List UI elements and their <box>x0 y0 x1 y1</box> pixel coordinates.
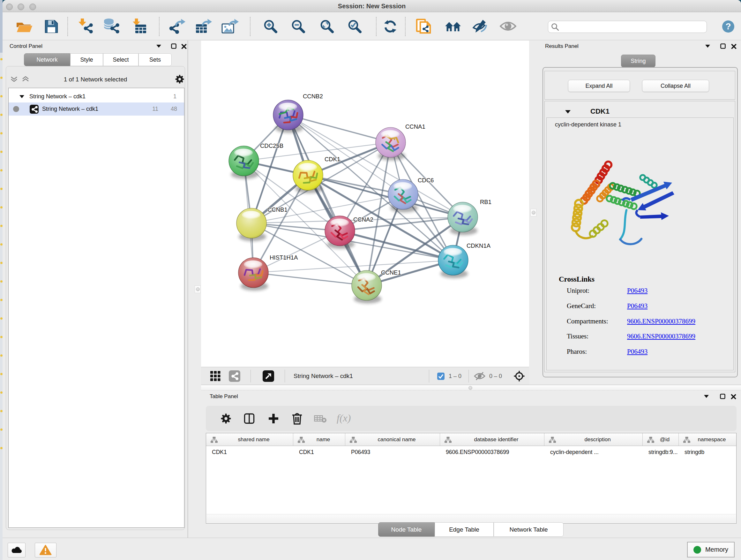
gene-section-expander-icon[interactable] <box>565 110 570 114</box>
clone-network-icon[interactable] <box>416 18 432 35</box>
float-panel-icon[interactable] <box>705 45 711 48</box>
memory-button[interactable]: Memory <box>687 542 735 557</box>
results-panel-float-button[interactable] <box>705 45 711 48</box>
crosslink-value-link[interactable]: P06493 <box>627 302 648 310</box>
table-cell[interactable]: cyclin-dependent ... <box>544 446 643 458</box>
table-panel-maximize-button[interactable] <box>720 394 726 399</box>
tree-expander-icon[interactable] <box>19 95 24 98</box>
help-icon[interactable]: ? <box>722 20 735 33</box>
network-collection-row[interactable]: String Network – cdk11 <box>9 91 184 103</box>
first-neighbors-icon[interactable] <box>445 21 461 32</box>
delete-table-button[interactable] <box>292 406 302 431</box>
zoom-fit-icon[interactable] <box>320 19 334 34</box>
maximize-panel-icon[interactable] <box>720 44 726 49</box>
network-node-CCNE1[interactable]: CCNE1 <box>352 269 401 303</box>
show-graphics-details-icon[interactable] <box>500 21 516 32</box>
table-tab-node-table[interactable]: Node Table <box>378 522 434 537</box>
zoom-fit-button[interactable] <box>320 12 334 40</box>
network-node-CCNB1[interactable]: CCNB1 <box>237 206 287 241</box>
refresh-button[interactable] <box>383 12 397 40</box>
show-graphics-details-button[interactable] <box>500 12 516 40</box>
network-node-CDKN1A[interactable]: CDKN1A <box>438 242 491 278</box>
network-node-CDK1[interactable]: CDK1 <box>293 156 340 193</box>
control-panel-tab-sets[interactable]: Sets <box>138 53 172 66</box>
network-options-gear-icon[interactable] <box>175 74 185 84</box>
export-table-button[interactable] <box>195 12 212 40</box>
results-panel-maximize-button[interactable] <box>720 44 726 49</box>
save-session-icon[interactable] <box>44 19 59 34</box>
hidden-nodes-eye-icon[interactable] <box>474 372 485 381</box>
table-cell[interactable]: P06493 <box>345 446 440 458</box>
left-splitter-handle[interactable] <box>195 286 201 293</box>
network-canvas[interactable]: CCNB2CCNA1CDC25BCDK1CDC6RB1CCNB1CCNA2CDK… <box>201 41 529 367</box>
expand-all-button[interactable]: Expand All <box>568 80 630 92</box>
control-panel-maximize-button[interactable] <box>171 44 177 49</box>
search-input[interactable] <box>561 22 706 32</box>
right-splitter-handle[interactable] <box>530 209 536 216</box>
open-in-browser-icon[interactable] <box>263 370 274 382</box>
table-cell[interactable]: stringdb <box>679 446 737 458</box>
network-graph[interactable]: CCNB2CCNA1CDC25BCDK1CDC6RB1CCNB1CCNA2CDK… <box>201 41 529 367</box>
hide-graphics-details-icon[interactable] <box>472 19 488 34</box>
gene-section-title[interactable]: CDK1 <box>590 107 610 116</box>
control-panel-tab-network[interactable]: Network <box>24 53 70 66</box>
export-image-button[interactable] <box>221 12 239 40</box>
table-cell[interactable]: CDK1 <box>206 446 293 458</box>
export-network-icon[interactable] <box>169 18 186 35</box>
close-panel-icon[interactable] <box>181 44 187 49</box>
first-neighbors-button[interactable] <box>445 12 461 40</box>
close-panel-icon[interactable] <box>731 44 737 49</box>
crosslink-value-link[interactable]: P06493 <box>627 287 648 295</box>
table-tab-network-table[interactable]: Network Table <box>494 522 563 537</box>
open-session-button[interactable] <box>16 12 33 40</box>
results-panel-close-button[interactable] <box>731 44 737 49</box>
network-options-button[interactable] <box>175 74 185 84</box>
results-panel-tab-string[interactable]: String <box>621 55 656 67</box>
import-network-from-database-button[interactable] <box>104 12 121 40</box>
function-builder-icon[interactable]: f(x) <box>336 413 356 424</box>
table-options-gear-icon[interactable] <box>220 413 231 424</box>
zoom-in-icon[interactable] <box>263 19 278 34</box>
column-header[interactable]: shared name <box>206 433 293 446</box>
delete-column-button[interactable] <box>314 406 327 431</box>
network-node-CCNB2[interactable]: CCNB2 <box>273 93 323 133</box>
selected-nodes-checkbox-icon[interactable] <box>437 373 445 380</box>
import-network-button[interactable] <box>78 12 94 40</box>
zoom-in-button[interactable] <box>263 12 278 40</box>
save-session-button[interactable] <box>44 12 59 40</box>
clone-network-button[interactable] <box>416 12 432 40</box>
help-button[interactable]: ? <box>722 12 735 40</box>
column-header[interactable]: @id <box>643 433 679 446</box>
table-panel-close-button[interactable] <box>731 394 736 399</box>
control-panel-float-button[interactable] <box>156 45 161 48</box>
export-table-icon[interactable] <box>195 18 212 35</box>
table-cell[interactable]: CDK1 <box>293 446 345 458</box>
hide-graphics-details-button[interactable] <box>472 12 488 40</box>
birds-eye-view-button[interactable] <box>210 367 220 385</box>
close-panel-icon[interactable] <box>731 394 736 399</box>
node-selection-mode-button[interactable] <box>514 367 525 385</box>
import-network-from-database-icon[interactable] <box>104 18 121 35</box>
collapse-all-button[interactable]: Collapse All <box>642 80 709 92</box>
network-node-CCNA1[interactable]: CCNA1 <box>376 123 425 160</box>
control-panel-tab-select[interactable]: Select <box>103 53 138 66</box>
horizontal-splitter[interactable] <box>201 385 741 390</box>
selected-counts-checkbox[interactable] <box>437 367 445 385</box>
function-builder-button[interactable]: f(x) <box>336 406 356 431</box>
create-column-button[interactable] <box>268 406 279 431</box>
open-in-browser-button[interactable] <box>263 367 274 385</box>
control-panel-tab-style[interactable]: Style <box>70 53 103 66</box>
import-table-icon[interactable] <box>131 18 147 35</box>
import-table-button[interactable] <box>131 12 147 40</box>
zoom-out-icon[interactable] <box>291 19 306 34</box>
birds-eye-view-icon[interactable] <box>210 371 220 381</box>
delete-table-icon[interactable] <box>292 412 302 425</box>
maximize-panel-icon[interactable] <box>720 394 726 399</box>
network-node-RB1[interactable]: RB1 <box>448 199 491 235</box>
zoom-out-button[interactable] <box>291 12 306 40</box>
hidden-counts-eye[interactable] <box>474 367 485 385</box>
create-column-icon[interactable] <box>268 413 279 424</box>
search-box[interactable] <box>548 21 707 33</box>
control-panel-close-button[interactable] <box>181 44 187 49</box>
column-header[interactable]: namespace <box>679 433 737 446</box>
